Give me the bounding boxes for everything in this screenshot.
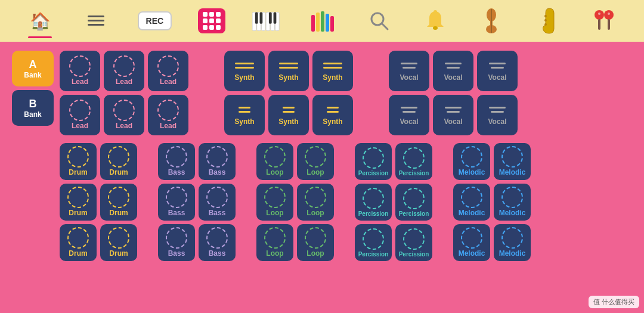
svg-point-34 xyxy=(608,13,610,15)
bass-pad-1[interactable]: Bass xyxy=(158,143,195,180)
melodic-group: Melodic Melodic Melodic Melodic Melodic xyxy=(453,143,531,261)
bass-pad-5[interactable]: Bass xyxy=(158,224,195,261)
vocal-pad-4[interactable]: Vocal xyxy=(389,95,429,135)
svg-point-20 xyxy=(433,26,438,30)
lead-pad-4[interactable]: Lead xyxy=(60,95,100,135)
svg-point-28 xyxy=(544,23,547,26)
svg-rect-10 xyxy=(259,13,262,24)
svg-rect-14 xyxy=(316,13,320,32)
drum-pad-5[interactable]: Drum xyxy=(60,224,97,261)
svg-rect-15 xyxy=(321,11,324,32)
melodic-pad-4[interactable]: Melodic xyxy=(494,184,531,221)
perc-pad-3[interactable]: Percission xyxy=(355,184,392,221)
svg-point-27 xyxy=(544,19,547,21)
svg-point-26 xyxy=(544,15,547,17)
perc-pad-2[interactable]: Percission xyxy=(395,143,432,180)
drum-pad-2[interactable]: Drum xyxy=(100,143,137,180)
bell-icon[interactable] xyxy=(420,6,450,36)
header: 🏠 REC xyxy=(0,0,644,42)
bass-pad-4[interactable]: Bass xyxy=(199,184,236,221)
list-button[interactable] xyxy=(81,6,111,36)
svg-rect-9 xyxy=(255,13,258,24)
lead-pad-6[interactable]: Lead xyxy=(148,95,188,135)
perc-pad-5[interactable]: Percission xyxy=(355,224,392,261)
grid-button[interactable] xyxy=(198,8,225,33)
loop-group: Loop Loop Loop Loop Loop xyxy=(256,143,334,261)
bank-a-button[interactable]: A Bank xyxy=(12,51,54,86)
loop-pad-3[interactable]: Loop xyxy=(256,184,293,221)
drum-group: Drum Drum Drum Drum Drum xyxy=(60,143,137,261)
loop-pad-2[interactable]: Loop xyxy=(297,143,334,180)
bank-b-button[interactable]: B Bank xyxy=(12,90,54,126)
svg-rect-16 xyxy=(326,14,329,32)
bottom-groups: Drum Drum Drum Drum Drum xyxy=(60,143,632,261)
violin-icon[interactable] xyxy=(476,6,506,36)
synth-group: Synth Synth Synth Synth Synth xyxy=(224,51,353,135)
bank-b-letter: B xyxy=(29,98,37,110)
melodic-pad-6[interactable]: Melodic xyxy=(494,224,531,261)
vocal-pad-1[interactable]: Vocal xyxy=(389,51,429,91)
saxophone-icon[interactable] xyxy=(533,6,563,36)
svg-rect-13 xyxy=(311,15,315,32)
synth-pad-2[interactable]: Synth xyxy=(268,51,309,91)
vocal-pad-6[interactable]: Vocal xyxy=(477,95,518,135)
svg-rect-2 xyxy=(88,24,104,26)
bank-section: A Bank B Bank xyxy=(12,51,54,307)
bank-b-label: Bank xyxy=(24,110,41,119)
drum-pad-4[interactable]: Drum xyxy=(100,184,137,221)
top-groups: Lead Lead Lead Lead Lead xyxy=(60,51,632,135)
vocal-group: Vocal Vocal Vocal Vocal Vocal xyxy=(389,51,518,135)
synth-pad-1[interactable]: Synth xyxy=(224,51,265,91)
svg-rect-17 xyxy=(330,16,334,32)
synth-pad-6[interactable]: Synth xyxy=(312,95,353,135)
bass-pad-2[interactable]: Bass xyxy=(199,143,236,180)
drum-pad-1[interactable]: Drum xyxy=(60,143,97,180)
percussion-group: Percission Percission Percission Perciss… xyxy=(355,143,432,261)
lead-group: Lead Lead Lead Lead Lead xyxy=(60,51,188,135)
svg-line-19 xyxy=(382,23,388,29)
synth-pad-4[interactable]: Synth xyxy=(224,95,265,135)
bars-icon[interactable] xyxy=(308,6,338,36)
perc-pad-6[interactable]: Percission xyxy=(395,224,432,261)
loop-pad-4[interactable]: Loop xyxy=(297,184,334,221)
melodic-pad-2[interactable]: Melodic xyxy=(494,143,531,180)
synth-pad-5[interactable]: Synth xyxy=(268,95,309,135)
lead-pad-5[interactable]: Lead xyxy=(104,95,144,135)
rec-button[interactable]: REC xyxy=(138,11,172,30)
lead-pad-1[interactable]: Lead xyxy=(60,51,100,91)
main-area: A Bank B Bank Lead Lead xyxy=(0,42,644,313)
perc-pad-4[interactable]: Percission xyxy=(395,184,432,221)
synth-pad-3[interactable]: Synth xyxy=(312,51,353,91)
svg-rect-12 xyxy=(273,13,276,24)
maracas-icon[interactable] xyxy=(589,6,619,36)
svg-point-21 xyxy=(434,10,437,14)
svg-rect-0 xyxy=(88,16,104,17)
vocal-pad-5[interactable]: Vocal xyxy=(433,95,473,135)
home-button[interactable]: 🏠 xyxy=(25,6,55,36)
perc-pad-1[interactable]: Percission xyxy=(355,143,392,180)
svg-rect-11 xyxy=(268,13,271,24)
melodic-pad-3[interactable]: Melodic xyxy=(453,184,490,221)
bass-pad-3[interactable]: Bass xyxy=(158,184,195,221)
vocal-pad-3[interactable]: Vocal xyxy=(477,51,518,91)
melodic-pad-1[interactable]: Melodic xyxy=(453,143,490,180)
svg-rect-32 xyxy=(608,19,610,30)
drum-pad-3[interactable]: Drum xyxy=(60,184,97,221)
bass-group: Bass Bass Bass Bass Bass xyxy=(158,143,236,261)
melodic-pad-5[interactable]: Melodic xyxy=(453,224,490,261)
vocal-pad-2[interactable]: Vocal xyxy=(433,51,473,91)
svg-rect-30 xyxy=(598,19,600,30)
lead-pad-3[interactable]: Lead xyxy=(148,51,188,91)
lead-pad-2[interactable]: Lead xyxy=(104,51,144,91)
drum-pad-6[interactable]: Drum xyxy=(100,224,137,261)
bank-a-label: Bank xyxy=(24,71,41,79)
loop-pad-6[interactable]: Loop xyxy=(297,224,334,261)
svg-point-33 xyxy=(598,13,600,15)
svg-rect-1 xyxy=(88,20,104,21)
bass-pad-6[interactable]: Bass xyxy=(199,224,236,261)
loop-pad-5[interactable]: Loop xyxy=(256,224,293,261)
search-icon[interactable] xyxy=(364,6,394,36)
bank-a-letter: A xyxy=(29,58,37,71)
loop-pad-1[interactable]: Loop xyxy=(256,143,293,180)
piano-icon[interactable] xyxy=(252,6,282,36)
